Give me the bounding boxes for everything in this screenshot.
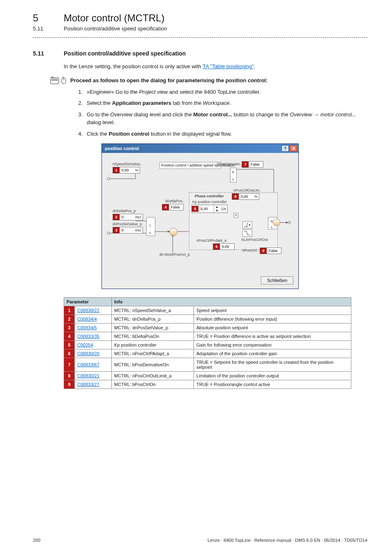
dialog-titlebar[interactable]: position control ? ✕ [102,144,298,153]
row-num: 2 [64,315,75,324]
table-row: 7C00833/67MCTRL: bPosDerivativeOnTRUE = … [64,358,351,372]
close-x-button[interactable]: ✕ [290,145,297,152]
step-3-g: motor control... [321,111,356,118]
svg-text:1: 1 [232,178,234,181]
parameter-link[interactable]: C00254 [77,342,93,347]
row-code: C00254 [75,341,112,349]
tag-4: 4 [162,204,169,210]
step-1-a: »Engineer« Go to the [87,89,139,95]
row-code: C00833/35 [75,332,112,341]
row-name: MCTRL: bDeltaPosOn [112,332,194,341]
label-kp: Kp position controller [192,200,227,204]
unit-incr-1: incr [134,215,143,219]
intro-suffix: . [254,63,256,69]
row-code: C00833/27 [75,380,112,389]
row-desc: Limitation of the position controller ou… [194,372,351,380]
parameter-link[interactable]: C00830/22 [77,308,99,313]
section-number: 5.11 [33,50,64,57]
row-desc: TRUE = Position/angle control active [194,380,351,389]
field-bposctrl[interactable] [268,248,281,253]
row-name: MCTRL: dnDeltaPos_p [112,315,194,324]
proceed-icons [50,76,67,85]
table-row: 3C00834/5MCTRL: dnPosSetValue_pAbsolute … [64,324,351,332]
row-name: MCTRL: dnPosSetValue_p [112,324,194,332]
tag-6: 6 [213,244,220,250]
field-bdeltapos[interactable] [170,205,183,210]
field-dndeltapos[interactable] [121,215,134,220]
parameter-link[interactable]: C00833/35 [77,334,99,339]
row-desc: Adaptation of the position controller ga… [194,349,351,358]
intro-text: In the Lenze setting, the position contr… [64,62,367,71]
link-ta-table-positioning[interactable]: TA "Table positioning" [203,63,254,69]
field-kp[interactable] [200,206,214,211]
unit-incr-2: incr [134,228,143,232]
table-row: 8C00830/21MCTRL: nPosCtrlOutLimit_aLimit… [64,372,351,380]
row-num: 8 [64,372,75,380]
row-code: C00834/5 [75,324,112,332]
chapter-title: Motor control (MCTRL) [64,12,164,24]
help-button[interactable]: ? [281,145,289,152]
step-3-e: button to change to the [232,111,290,118]
step-2-e: . [230,100,231,106]
deriv-selector: 01 [230,168,237,183]
step-4-b: Position control [108,131,149,137]
parameter-link[interactable]: C00830/21 [77,373,99,378]
subtract-node [169,228,178,236]
unit-kp: 1/s [220,207,227,211]
position-control-dialog: position control ? ✕ [101,143,299,289]
step-2-a: Select the [87,100,112,106]
field-nposctrloutlim[interactable] [240,194,253,199]
row-num: 1 [64,306,75,315]
label-bdeltapos: bDeltaPos.. [165,199,184,203]
field-nposctrlpadapt[interactable] [221,244,234,249]
parameter-link[interactable]: C00834/4 [77,317,97,321]
row-num: 7 [64,358,75,372]
th-parameter: Parameter [64,298,112,306]
tag-5: 5 [192,206,198,212]
tag-9: 9 [260,248,267,254]
close-button[interactable]: Schließen [261,276,293,284]
svg-point-5 [288,221,291,224]
field-dnpossetvalue[interactable] [121,228,134,233]
parameter-link[interactable]: C00830/20 [77,351,99,356]
label-bposctrl: bPosCtrl.. [242,248,259,252]
label-dnpossetvalue: dnPosSetValue_p [113,222,142,226]
row-desc: Gain for following error compensation [194,341,351,349]
step-3-f: Overview [290,111,312,118]
step-2-b: Application parameters [112,100,171,106]
parameter-link[interactable]: C00833/67 [77,362,99,367]
row-name: MCTRL: nPosCtrlOutLimit_a [112,372,194,380]
divider [33,37,367,38]
table-row: 1C00830/22MCTRL: nSpeedSetValue_aSpeed s… [64,306,351,315]
tag-8: 8 [232,194,239,199]
row-code: C00834/4 [75,315,112,324]
field-nspeedsetvalue[interactable] [121,168,134,173]
row-code: C00830/20 [75,349,112,358]
tag-3: 3 [113,227,120,233]
label-nposctrloutlim: nPosCtrlOutLim.. [233,188,262,192]
th-info: Info [112,298,351,306]
label-nposctrlpadapt: nPosCtrlPAdapt_a [196,238,226,243]
row-num: 4 [64,332,75,341]
table-row: 6C00830/20MCTRL: nPosCtrlPAdapt_aAdaptat… [64,349,351,358]
parameter-link[interactable]: C00833/27 [77,382,99,387]
row-name: MCTRL: nPosCtrlPAdapt_a [112,349,194,358]
step-3-h: dialog level. [87,119,115,125]
label-phase-controller: Phase controller [195,194,224,198]
step-2: Select the Application parameters tab fr… [84,99,367,107]
mouse-icon [61,76,67,85]
subsection-ref: 5.11 Position control/additive speed spe… [33,25,367,32]
intro-prefix: In the Lenze setting, the position contr… [64,63,203,69]
step-3-d: Motor control... [193,111,232,118]
steps-list: »Engineer« Go to the Project view and se… [84,88,367,138]
step-2-d: Workspace [203,100,230,106]
row-num: 5 [64,341,75,349]
parameter-link[interactable]: C00834/5 [77,325,97,330]
step-4-c: button in the displayed signal flow. [149,131,232,137]
label-dndeltapos: dnDeltaPos_p [113,209,136,213]
svg-point-10 [249,224,251,226]
book-icon [50,76,60,85]
parameter-table: Parameter Info 1C00830/22MCTRL: nSpeedSe… [64,297,351,389]
field-bposderivativ[interactable] [250,162,263,167]
step-1-c: and select the 8400 TopLine controller. [168,89,261,95]
